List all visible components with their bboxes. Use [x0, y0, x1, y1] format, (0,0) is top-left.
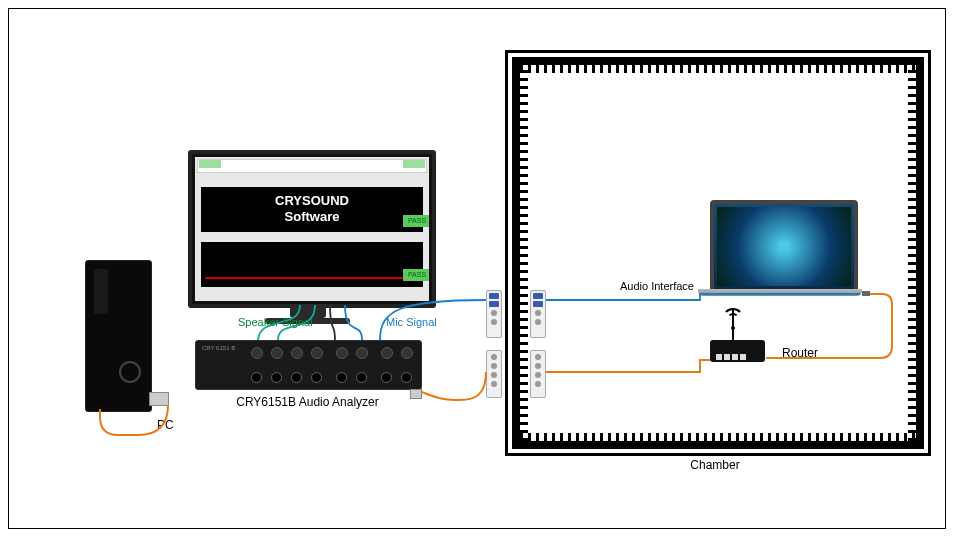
laptop-dut — [710, 200, 858, 293]
monitor-screen: CRYSOUND Software PASS PASS — [195, 157, 429, 301]
pc-power-button-icon — [119, 361, 141, 383]
software-button-icon — [403, 160, 425, 168]
panel-inner-top — [530, 290, 546, 338]
software-name-line1: CRYSOUND — [201, 193, 423, 209]
chamber-label: Chamber — [505, 458, 925, 472]
analyzer-knob-icon — [311, 347, 323, 359]
analyzer-knob-icon — [381, 347, 393, 359]
router-eth-ports — [716, 354, 746, 360]
laptop-port — [862, 291, 870, 296]
analyzer-knob-icon — [291, 347, 303, 359]
analyzer-knob-icon — [401, 347, 413, 359]
analyzer-port-icon — [271, 372, 282, 383]
panel-outer-bottom — [486, 350, 502, 398]
audio-analyzer: CRY 6151 B — [195, 340, 422, 390]
analyzer-port-icon — [311, 372, 322, 383]
analyzer-knob-icon — [336, 347, 348, 359]
analyzer-port-icon — [336, 372, 347, 383]
analyzer-label: CRY6151B Audio Analyzer — [195, 395, 420, 409]
waveform-icon — [205, 277, 419, 279]
analyzer-knob-icon — [271, 347, 283, 359]
laptop-base — [698, 289, 862, 296]
analyzer-port-icon — [291, 372, 302, 383]
pass-badge: PASS — [403, 269, 429, 281]
analyzer-knob-icon — [251, 347, 263, 359]
panel-inner-bottom — [530, 350, 546, 398]
pc-usb-port — [149, 392, 169, 406]
analyzer-port-icon — [381, 372, 392, 383]
software-button-icon — [199, 160, 221, 168]
wifi-signal-dot-icon — [731, 326, 735, 330]
analyzer-knob-icon — [356, 347, 368, 359]
panel-outer-top — [486, 290, 502, 338]
router-label: Router — [782, 346, 818, 360]
software-name-line2: Software — [201, 209, 423, 225]
monitor-base — [265, 318, 350, 324]
pc-tower — [85, 260, 152, 412]
analyzer-brand-text: CRY 6151 B — [202, 345, 235, 351]
laptop-screen — [717, 207, 851, 286]
monitor-stand — [290, 304, 326, 318]
analyzer-port-icon — [356, 372, 367, 383]
pass-badge: PASS — [403, 215, 429, 227]
pc-label: PC — [157, 418, 174, 432]
software-titlebar — [197, 159, 427, 173]
router — [710, 340, 765, 362]
software-waveform-panel: CRYSOUND Software — [201, 187, 423, 232]
analyzer-port-icon — [401, 372, 412, 383]
monitor: CRYSOUND Software PASS PASS — [188, 150, 436, 308]
analyzer-port-icon — [251, 372, 262, 383]
software-waveform-panel — [201, 242, 423, 287]
